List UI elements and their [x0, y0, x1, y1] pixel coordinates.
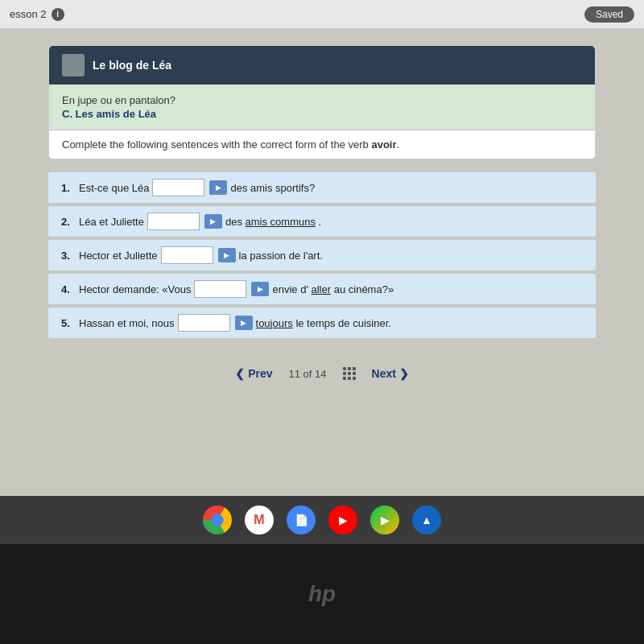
question-number-1: 1.	[61, 182, 76, 194]
bottom-area: hp	[0, 544, 644, 644]
blog-title: Le blog de Léa	[93, 59, 171, 72]
next-button[interactable]: Next ❯	[372, 367, 409, 380]
hp-logo: hp	[308, 581, 336, 607]
blog-section: C. Les amis de Léa	[62, 108, 582, 120]
q1-audio-btn[interactable]: ▶	[209, 180, 227, 195]
current-page: 11	[288, 368, 299, 380]
prev-label: Prev	[248, 367, 272, 380]
lesson-title: esson 2 i	[10, 8, 64, 21]
instructions-text: Complete the following sentences with th…	[62, 138, 369, 151]
pagination: ❮ Prev 11 of 14 Next ❯	[48, 354, 596, 393]
question-number-5: 5.	[61, 317, 76, 329]
taskbar: M 📄 ▶ ▶ ▲	[0, 496, 644, 544]
blog-card: Le blog de Léa En jupe ou en pantalon? C…	[48, 45, 596, 159]
q5-input[interactable]	[178, 314, 230, 332]
blog-instructions: Complete the following sentences with th…	[49, 130, 595, 159]
saved-badge: Saved	[584, 6, 634, 23]
prev-button[interactable]: ❮ Prev	[235, 367, 272, 380]
next-label: Next	[372, 367, 396, 380]
q5-audio-btn[interactable]: ▶	[235, 316, 253, 330]
question-row: 4. Hector demande: «Vous ▶ envie d' alle…	[48, 274, 596, 304]
q4-after: envie d' aller au cinéma?»	[272, 283, 394, 295]
q1-input[interactable]	[152, 179, 204, 196]
blog-body: En jupe ou en pantalon? C. Les amis de L…	[49, 85, 595, 130]
blog-subtitle: En jupe ou en pantalon?	[62, 94, 582, 106]
info-icon[interactable]: i	[52, 8, 64, 21]
q3-after: la passion de l'art.	[239, 250, 323, 262]
drive-icon[interactable]: ▲	[412, 506, 441, 535]
of-text: of	[303, 368, 315, 380]
q4-audio-btn[interactable]: ▶	[251, 282, 269, 296]
play-store-icon[interactable]: ▶	[370, 506, 399, 535]
q1-before: Est-ce que Léa	[79, 182, 149, 194]
question-number-2: 2.	[61, 216, 76, 228]
q2-before: Léa et Juliette	[79, 216, 144, 228]
q2-after: des amis communs .	[225, 216, 321, 228]
docs-icon[interactable]: 📄	[287, 506, 316, 535]
youtube-icon[interactable]: ▶	[328, 506, 357, 535]
q4-input[interactable]	[194, 280, 246, 298]
question-row: 2. Léa et Juliette ▶ des amis communs .	[48, 206, 596, 237]
verb-text: avoir	[371, 138, 396, 151]
q5-before: Hassan et moi, nous	[79, 317, 175, 329]
q3-before: Hector et Juliette	[79, 250, 158, 262]
q5-after: toujours le temps de cuisiner.	[256, 317, 391, 329]
q3-input[interactable]	[161, 246, 213, 264]
total-pages: 14	[315, 368, 326, 380]
q2-audio-btn[interactable]: ▶	[204, 214, 222, 229]
q2-input[interactable]	[147, 213, 200, 230]
lesson-title-text: esson 2	[10, 8, 47, 20]
main-content: Le blog de Léa En jupe ou en pantalon? C…	[0, 29, 644, 496]
gmail-icon[interactable]: M	[245, 506, 274, 535]
question-row: 5. Hassan et moi, nous ▶ toujours le tem…	[48, 308, 596, 338]
prev-chevron: ❮	[235, 367, 245, 380]
q4-before: Hector demande: «Vous	[79, 283, 191, 295]
question-row: 1. Est-ce que Léa ▶ des amis sportifs?	[48, 172, 596, 203]
questions-container: 1. Est-ce que Léa ▶ des amis sportifs? 2…	[48, 172, 596, 338]
next-chevron: ❯	[399, 367, 409, 380]
q3-audio-btn[interactable]: ▶	[218, 248, 236, 262]
q1-after: des amis sportifs?	[230, 182, 315, 194]
grid-icon[interactable]	[343, 367, 356, 380]
question-number-4: 4.	[61, 283, 76, 295]
question-row: 3. Hector et Juliette ▶ la passion de l'…	[48, 240, 596, 270]
blog-avatar	[62, 54, 85, 76]
question-number-3: 3.	[61, 250, 76, 262]
chrome-icon[interactable]	[203, 506, 232, 535]
pagination-info: 11 of 14	[288, 368, 326, 380]
blog-header: Le blog de Léa	[49, 46, 595, 85]
top-bar: esson 2 i Saved	[0, 0, 644, 29]
